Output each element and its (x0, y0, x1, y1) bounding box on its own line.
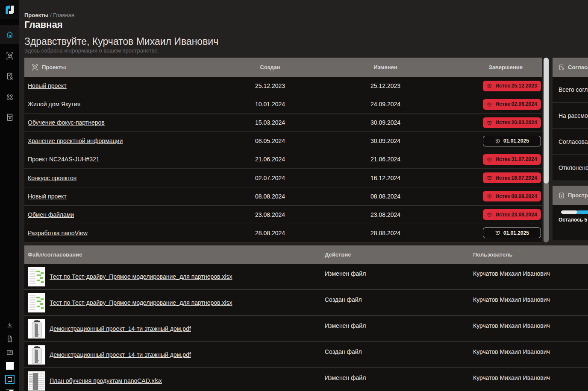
xlsx-thumbnail (28, 267, 45, 286)
file-user: Курчатов Михаил Иванович (473, 264, 588, 289)
deadline-badge-expired: Истек 31.07.2024 (483, 154, 541, 165)
page-title: Главная (24, 19, 62, 30)
approvals-document-icon (558, 64, 565, 71)
alarm-clock-icon (495, 230, 500, 236)
modified-date: 21.06.2024 (328, 156, 443, 163)
sidebar-item-storage[interactable] (0, 109, 19, 126)
nanocad-logo-icon (4, 4, 15, 15)
project-row: Новый проект 25.12.2023 25.12.2023 Истек… (24, 77, 542, 95)
deadline-badge-expired: Истек 08.08.2024 (483, 191, 541, 201)
project-link[interactable]: Новый проект (28, 82, 67, 89)
file-user: Курчатов Михаил Иванович (473, 342, 588, 368)
file-row: Демонстрационный проект_14-ти этажный до… (24, 342, 588, 368)
modified-date: 08.08.2024 (328, 193, 443, 200)
created-date: 23.08.2024 (212, 211, 328, 218)
sidebar-item-journal[interactable] (0, 348, 19, 357)
project-link[interactable]: Хранение проектной информации (28, 137, 123, 144)
files-table-header: Файл/согласование Действие Пользователь (24, 245, 588, 264)
project-row: Разработка nanoView 28.08.2024 28.08.202… (24, 224, 542, 242)
project-row: Хранение проектной информации 08.05.2024… (24, 132, 542, 150)
file-link[interactable]: Демонстрационный проект_14-ти этажный до… (50, 351, 191, 358)
storage-used-segment (561, 210, 577, 214)
space-panel-body: Осталось 5 (553, 205, 588, 240)
project-link[interactable]: Конкурс проектов (28, 175, 76, 181)
modified-date: 16.12.2024 (328, 175, 443, 181)
sidebar-item-docs[interactable] (0, 335, 19, 343)
storage-server-icon (6, 113, 14, 122)
file-link[interactable]: Тест по Тест-драйву_Прямое моделирование… (50, 299, 232, 306)
app-logo[interactable] (0, 0, 19, 19)
projects-cube-icon (31, 64, 38, 71)
file-row: План обучения продуктам nanoCAD.xlsx Изм… (24, 368, 588, 391)
deadline-badge-expired: Истек 02.06.2024 (483, 99, 541, 110)
project-link[interactable]: Обучение фокус-партнеров (28, 119, 105, 126)
project-link[interactable]: Проект NC24AS-JUH#321 (28, 156, 100, 163)
file-icon (6, 335, 14, 343)
file-link[interactable]: Тест по Тест-драйву_Прямое моделирование… (50, 273, 232, 280)
modified-date: 30.09.2024 (328, 137, 443, 144)
project-link[interactable]: Разработка nanoView (28, 230, 88, 236)
sidebar-item-download[interactable] (0, 321, 19, 330)
file-link[interactable]: Демонстрационный проект_14-ти этажный до… (50, 325, 191, 332)
projects-table-header: Проекты Создан Изменен Завершение (24, 58, 542, 77)
greeting-heading: Здравствуйте, Курчатов Михаил Иванович (24, 36, 218, 47)
approvals-review-row: На рассмот (553, 103, 588, 129)
sidebar-item-approvals[interactable] (0, 68, 19, 85)
file-row: Демонстрационный проект_14-ти этажный до… (24, 316, 588, 342)
files-table: Файл/согласование Действие Пользователь … (24, 245, 588, 391)
project-row: Обмен файлами 23.08.2024 23.08.2024 Исте… (24, 206, 542, 224)
deadline-badge-pending: 01.01.2025 (483, 136, 541, 146)
file-user: Курчатов Михаил Иванович (473, 290, 588, 315)
projects-scrollbar-track[interactable] (544, 58, 549, 242)
modified-date: 23.08.2024 (328, 211, 443, 218)
file-row: Тест по Тест-драйву_Прямое моделирование… (24, 264, 588, 290)
column-projects: Проекты (42, 64, 66, 70)
column-action: Действие (325, 251, 473, 258)
alarm-clock-icon (487, 193, 492, 199)
approvals-total-row: Всего согл (553, 77, 588, 103)
journal-icon (6, 349, 14, 356)
project-row: Жилой дом Якутия 10.01.2024 24.09.2024 И… (24, 95, 542, 114)
file-action: Создан файл (325, 290, 473, 315)
storage-remaining-label: Осталось 5 (559, 217, 588, 223)
alarm-clock-icon (487, 120, 492, 125)
deadline-badge-pending: 01.01.2025 (483, 228, 541, 238)
theme-light-swatch[interactable] (6, 362, 14, 370)
project-row: Обучение фокус-партнеров 15.03.2024 30.0… (24, 114, 542, 132)
space-panel-title: Простра (568, 192, 588, 198)
storage-progress-bar (561, 210, 588, 214)
greeting-subtitle: Здесь собрана информация о вашем простра… (24, 47, 159, 54)
sidebar-nav (0, 25, 19, 126)
file-user: Курчатов Михаил Иванович (473, 368, 588, 391)
projects-scrollbar-thumb[interactable] (544, 58, 549, 184)
pdf-thumbnail (28, 319, 45, 338)
approvals-approved-row: Согласован (553, 129, 588, 155)
sidebar-item-home[interactable] (0, 25, 19, 44)
deadline-badge-expired: Истек 20.03.2024 (483, 117, 541, 128)
breadcrumb: Проекты / Главная (24, 12, 74, 18)
sidebar-item-users[interactable] (0, 88, 19, 105)
created-date: 28.08.2024 (212, 230, 328, 236)
file-action: Создан файл (325, 342, 473, 368)
project-link[interactable]: Новый проект (28, 193, 67, 200)
theme-dark-swatch-active[interactable] (5, 375, 15, 384)
created-date: 25.12.2023 (212, 82, 328, 89)
created-date: 08.05.2024 (212, 137, 328, 144)
project-row: Конкурс проектов 02.07.2024 16.12.2024 И… (24, 169, 542, 187)
column-user: Пользователь (473, 251, 588, 258)
file-user: Курчатов Михаил Иванович (473, 316, 588, 341)
project-link[interactable]: Жилой дом Якутия (28, 101, 80, 108)
theme-contrast-swatch[interactable] (6, 389, 14, 391)
sidebar-item-projects[interactable] (0, 47, 19, 64)
file-action: Изменен файл (325, 368, 473, 391)
breadcrumb-projects[interactable]: Проекты (24, 12, 48, 18)
project-link[interactable]: Обмен файлами (28, 211, 74, 218)
created-date: 08.08.2024 (212, 193, 328, 200)
projects-table: Проекты Создан Изменен Завершение Новый … (24, 58, 542, 242)
deadline-badge-expired: Истек 25.12.2023 (483, 81, 541, 91)
alarm-clock-icon (487, 83, 492, 89)
breadcrumb-separator: / (50, 12, 52, 18)
column-completion: Завершение (443, 64, 542, 70)
file-link[interactable]: План обучения продуктам nanoCAD.xlsx (50, 377, 162, 384)
created-date: 21.06.2024 (212, 156, 328, 163)
